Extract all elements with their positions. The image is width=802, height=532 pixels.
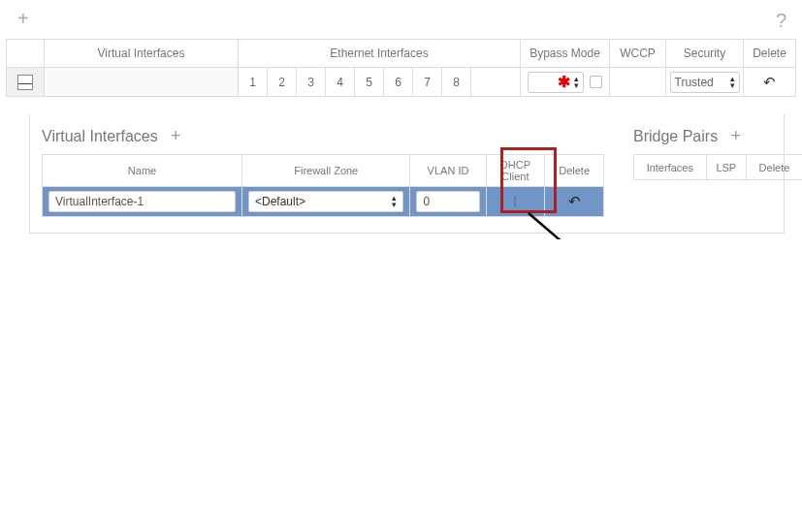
vlan-input[interactable] <box>416 191 479 212</box>
vi-section-title: Virtual Interfaces <box>42 128 158 144</box>
eth-3[interactable]: 3 <box>296 68 325 96</box>
bp-col-delete: Delete <box>746 155 802 180</box>
col-delete: Delete <box>743 40 795 67</box>
add-bridge-pair-icon[interactable]: + <box>731 126 742 145</box>
bypass-select[interactable]: ✱ ▴▾ <box>528 72 584 93</box>
collapse-toggle[interactable]: — <box>7 68 44 96</box>
main-header-row: Virtual Interfaces Ethernet Interfaces B… <box>6 39 796 68</box>
security-select[interactable]: Trusted ▴▾ <box>670 72 740 93</box>
vi-col-delete: Delete <box>545 155 604 187</box>
fz-value: <Default> <box>255 195 305 208</box>
col-wccp: WCCP <box>609 40 665 67</box>
eth-6[interactable]: 6 <box>383 68 412 96</box>
add-icon[interactable]: + <box>17 8 29 30</box>
vi-col-name: Name <box>43 155 242 187</box>
firewall-zone-select[interactable]: <Default> ▴▾ <box>248 191 403 212</box>
revert-icon[interactable]: ↶ <box>763 74 776 91</box>
eth-2[interactable]: 2 <box>267 68 296 96</box>
help-icon[interactable]: ? <box>776 10 786 32</box>
bypass-checkbox[interactable] <box>590 76 602 88</box>
dhcp-client-checkbox[interactable] <box>514 195 516 208</box>
eth-8[interactable]: 8 <box>441 68 470 96</box>
col-ethernet-interfaces: Ethernet Interfaces <box>238 40 520 67</box>
vi-col-vlan: VLAN ID <box>410 155 486 187</box>
main-values-row: — 1 2 3 4 5 6 7 8 ✱ ▴▾ Trusted ▴▾ ↶ <box>6 68 796 97</box>
eth-7[interactable]: 7 <box>412 68 441 96</box>
bp-section-title: Bridge Pairs <box>633 128 718 144</box>
stepper-icon: ▴▾ <box>574 76 579 89</box>
vi-col-dhcp: DHCP Client <box>486 155 545 187</box>
row-revert-icon[interactable]: ↶ <box>568 193 581 209</box>
virtual-interfaces-table: Name Firewall Zone VLAN ID DHCP Client D… <box>42 154 604 217</box>
vi-col-fz: Firewall Zone <box>242 155 410 187</box>
eth-5[interactable]: 5 <box>354 68 383 96</box>
table-row: <Default> ▴▾ ↶ <box>43 187 604 217</box>
bridge-pairs-table: Interfaces LSP Delete <box>633 154 802 180</box>
stepper-icon: ▴▾ <box>392 195 397 208</box>
bp-col-interfaces: Interfaces <box>634 155 707 180</box>
col-bypass-mode: Bypass Mode <box>520 40 609 67</box>
eth-4[interactable]: 4 <box>325 68 354 96</box>
stepper-icon: ▴▾ <box>730 76 735 89</box>
asterisk-icon: ✱ <box>554 73 574 91</box>
vi-name-input[interactable] <box>48 191 236 212</box>
details-section: Virtual Interfaces + Name Firewall Zone … <box>29 114 785 234</box>
col-security: Security <box>665 40 743 67</box>
bp-col-lsp: LSP <box>706 155 746 180</box>
col-virtual-interfaces: Virtual Interfaces <box>44 40 238 67</box>
add-virtual-interface-icon[interactable]: + <box>171 126 181 145</box>
eth-1[interactable]: 1 <box>238 68 267 96</box>
security-value: Trusted <box>675 76 714 89</box>
